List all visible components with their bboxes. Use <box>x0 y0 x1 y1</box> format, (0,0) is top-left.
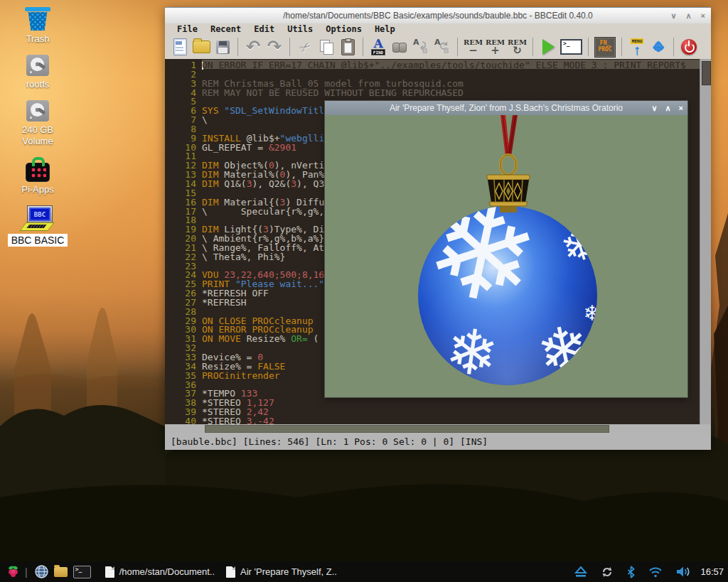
code-text <box>202 69 700 78</box>
move-button[interactable]: ↔↕ <box>649 36 668 58</box>
line-number: 40 <box>165 416 202 424</box>
minimize-button[interactable]: ∨ <box>670 11 676 21</box>
line-number: 17 <box>165 206 202 215</box>
line-number: 33 <box>165 352 202 361</box>
paste-button[interactable] <box>338 36 357 58</box>
taskbar-task-editor[interactable]: /home/stan/Document.. <box>105 566 215 578</box>
new-file-icon <box>173 38 187 55</box>
new-button[interactable] <box>171 36 189 58</box>
line-number: 27 <box>165 297 202 306</box>
bauble-window-buttons: ∨∧× <box>651 101 683 115</box>
bauble-render-area: ❄ ❄ ❄ ❄ ❄ <box>325 115 687 397</box>
desktop-icon-bbc-basic[interactable]: BBCBBC BASIC <box>6 205 70 247</box>
find-button[interactable]: AFIND <box>369 36 387 58</box>
task-label: /home/stan/Document.. <box>119 566 215 577</box>
disk-icon <box>26 100 49 122</box>
line-number: 38 <box>165 397 202 406</box>
pi-apps-icon <box>26 163 49 181</box>
undo-button[interactable]: ↶ <box>244 36 262 58</box>
save-button[interactable] <box>213 36 232 58</box>
vertical-scrollbar[interactable] <box>700 59 711 424</box>
bauble-window-title: Air 'Prepare Thyself, Zion' from J.S.Bac… <box>325 103 687 113</box>
desktop-icon-label: rootfs <box>26 79 50 90</box>
code-line-40[interactable]: 40*STEREO 3,-42 <box>165 416 700 424</box>
file-manager-icon[interactable] <box>54 567 68 577</box>
updates-icon[interactable] <box>601 566 614 578</box>
find-icon: AFIND <box>371 38 385 55</box>
code-text: REM MAY NOT BE REUSED WITHOUT BEING REPU… <box>202 87 700 97</box>
line-number: 31 <box>165 333 202 343</box>
code-line-4[interactable]: 4REM MAY NOT BE REUSED WITHOUT BEING REP… <box>165 87 700 97</box>
rem-button[interactable]: REM↻ <box>508 36 527 58</box>
toolbar-separator <box>621 38 622 56</box>
fnproc-button[interactable]: FN_PROC <box>594 36 616 58</box>
line-number: 22 <box>165 252 202 261</box>
code-line-39[interactable]: 39*STEREO 2,42 <box>165 406 700 416</box>
desktop-icon-label: 240 GB Volume <box>6 124 70 147</box>
eject-icon[interactable] <box>574 566 587 578</box>
replace-all-button[interactable]: A↻B <box>433 36 451 58</box>
cut-button[interactable]: ✂ <box>296 36 314 58</box>
rem-button[interactable]: REM+ <box>486 36 505 58</box>
run-console-icon: >_ <box>560 39 582 55</box>
menu-edit[interactable]: Edit <box>247 24 281 34</box>
desktop-icon-pi-apps[interactable]: Pi-Apps <box>6 157 70 195</box>
close-button[interactable]: × <box>701 11 705 20</box>
system-tray <box>572 566 695 578</box>
line-number: 32 <box>165 343 202 352</box>
bluetooth-icon[interactable] <box>627 566 635 578</box>
bauble-minimize-button[interactable]: ∨ <box>651 104 657 113</box>
document-icon <box>105 566 114 578</box>
binoculars-button[interactable] <box>390 36 409 58</box>
desktop-icon-240-gb-volume[interactable]: 240 GB Volume <box>6 100 70 147</box>
menu-help[interactable]: Help <box>368 24 402 34</box>
task-label: Air 'Prepare Thyself, Z.. <box>240 566 337 577</box>
disk-icon <box>26 55 49 76</box>
code-line-2[interactable]: 2 <box>165 69 700 78</box>
desktop-icon-trash[interactable]: Trash <box>6 7 70 45</box>
maximize-button[interactable]: ∧ <box>686 11 692 21</box>
taskbar: | >_ /home/stan/Document.. Air 'Prepare … <box>0 561 728 582</box>
power-quit-icon <box>681 39 697 55</box>
taskbar-clock[interactable]: 16:57 <box>700 566 724 577</box>
terminal-button[interactable]: >_ <box>560 36 582 58</box>
redo-button[interactable]: ↷ <box>265 36 284 58</box>
horizontal-scrollbar-thumb[interactable] <box>205 425 609 433</box>
editor-titlebar[interactable]: /home/stan/Documents/BBC Basic/examples/… <box>165 7 711 23</box>
wifi-icon[interactable] <box>648 566 663 578</box>
desktop-icon-rootfs[interactable]: rootfs <box>6 55 70 90</box>
rem-add-icon: REM+ <box>486 38 505 55</box>
horizontal-scrollbar[interactable] <box>165 424 711 433</box>
editor-toolbar: ↶↷✂AFINDA↷BA↻BREM−REM+REM↻>_FN_PROCMENU↑… <box>165 35 711 59</box>
line-number: 2 <box>165 69 202 78</box>
vertical-scrollbar-thumb[interactable] <box>702 61 711 85</box>
bauble-close-button[interactable]: × <box>679 104 683 112</box>
bauble-titlebar[interactable]: Air 'Prepare Thyself, Zion' from J.S.Bac… <box>325 101 687 115</box>
desktop-icon-label: BBC BASIC <box>8 234 68 247</box>
menu-file[interactable]: File <box>171 24 204 34</box>
copy-button[interactable] <box>317 36 336 58</box>
rem-button[interactable]: REM− <box>464 36 483 58</box>
code-line-3[interactable]: 3REM Christmas_Ball_05 model from turbos… <box>165 78 700 87</box>
terminal-icon[interactable]: >_ <box>73 566 91 578</box>
menu-up-button[interactable]: MENU↑ <box>628 36 646 58</box>
code-line-38[interactable]: 38*STEREO 1,127 <box>165 397 700 406</box>
run-button[interactable] <box>539 36 557 58</box>
menu-options[interactable]: Options <box>319 24 368 34</box>
taskbar-task-bauble[interactable]: Air 'Prepare Thyself, Z.. <box>226 566 337 578</box>
line-number: 26 <box>165 288 202 297</box>
code-line-1[interactable]: 1ON ERROR IF ERR=17 CHAIN @lib$+"../exam… <box>165 60 700 69</box>
bauble-maximize-button[interactable]: ∧ <box>665 104 671 113</box>
status-text: [bauble.bbc] [Lines: 546] [Ln: 1 Pos: 0 … <box>171 436 488 447</box>
replace-button[interactable]: A↷B <box>412 36 430 58</box>
line-number: 12 <box>165 160 202 169</box>
line-number: 4 <box>165 87 202 97</box>
menu-utils[interactable]: Utils <box>281 24 319 34</box>
power-button[interactable] <box>680 36 698 58</box>
menu-recent[interactable]: Recent <box>204 24 247 34</box>
raspberry-menu-icon[interactable] <box>7 565 19 579</box>
line-number: 29 <box>165 316 202 325</box>
volume-icon[interactable] <box>676 566 692 578</box>
web-browser-icon[interactable] <box>35 565 48 578</box>
open-button[interactable] <box>192 36 210 58</box>
